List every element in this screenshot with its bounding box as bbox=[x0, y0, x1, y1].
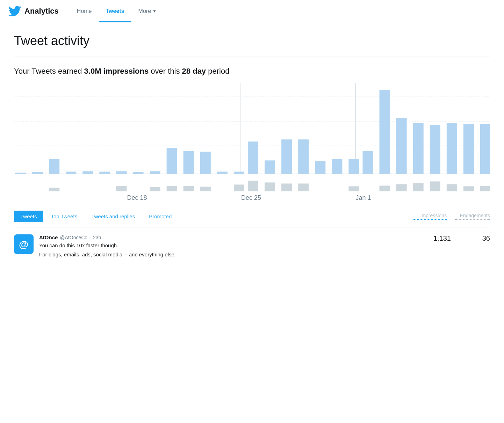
tweet-time: · bbox=[89, 235, 91, 240]
svg-rect-53 bbox=[447, 184, 457, 191]
main-nav: Home Tweets More ▼ bbox=[70, 0, 164, 22]
svg-rect-25 bbox=[315, 161, 325, 174]
chart-container: Dec 18 Dec 25 Jan 1 bbox=[14, 83, 490, 203]
nav-more[interactable]: More ▼ bbox=[131, 0, 164, 22]
svg-rect-24 bbox=[298, 139, 309, 174]
tweet-impressions: 1,131 bbox=[420, 234, 455, 242]
svg-rect-32 bbox=[430, 125, 440, 174]
tweet-row: @ AtOnce @AtOnceCo · 23h You can do this… bbox=[14, 227, 490, 266]
tweet-stats: 1,131 36 bbox=[420, 234, 490, 242]
tweet-handle: @AtOnceCo bbox=[60, 235, 87, 240]
nav-tweets[interactable]: Tweets bbox=[99, 0, 131, 22]
svg-rect-23 bbox=[281, 139, 292, 174]
svg-rect-34 bbox=[463, 124, 474, 174]
svg-rect-50 bbox=[396, 184, 407, 191]
app-title: Analytics bbox=[24, 7, 59, 16]
nav-home[interactable]: Home bbox=[70, 0, 99, 22]
svg-rect-47 bbox=[298, 183, 309, 191]
impressions-summary: Your Tweets earned 3.0M impressions over… bbox=[14, 57, 490, 80]
svg-rect-31 bbox=[413, 123, 424, 174]
svg-rect-33 bbox=[447, 123, 457, 174]
tab-tweets-and-replies[interactable]: Tweets and replies bbox=[85, 211, 141, 222]
svg-rect-37 bbox=[49, 188, 59, 191]
svg-text:Dec 25: Dec 25 bbox=[241, 194, 261, 201]
svg-rect-38 bbox=[116, 186, 127, 191]
page-title: Tweet activity bbox=[14, 34, 490, 48]
svg-rect-22 bbox=[265, 160, 275, 174]
tweet-timestamp: 23h bbox=[93, 235, 101, 240]
svg-rect-42 bbox=[200, 187, 211, 191]
logo-area: Analytics bbox=[8, 6, 59, 16]
svg-rect-27 bbox=[348, 159, 359, 174]
svg-rect-55 bbox=[480, 186, 490, 191]
page-title-section: Tweet activity bbox=[14, 22, 490, 57]
column-headers: Impressions Engagements bbox=[412, 213, 490, 220]
engagements-column-header[interactable]: Engagements bbox=[455, 213, 490, 220]
tweet-name: AtOnce bbox=[39, 234, 58, 240]
svg-rect-40 bbox=[167, 186, 177, 191]
svg-rect-15 bbox=[150, 171, 160, 174]
svg-rect-18 bbox=[200, 152, 211, 174]
svg-rect-54 bbox=[463, 186, 474, 191]
svg-text:@: @ bbox=[19, 239, 28, 250]
impressions-column-header[interactable]: Impressions bbox=[412, 213, 447, 220]
svg-text:Jan 1: Jan 1 bbox=[355, 194, 371, 201]
svg-rect-14 bbox=[133, 172, 144, 174]
svg-rect-16 bbox=[167, 148, 177, 174]
tweet-engagements: 36 bbox=[455, 234, 490, 242]
svg-rect-26 bbox=[332, 159, 342, 174]
svg-rect-46 bbox=[281, 183, 292, 191]
bar-chart: Dec 18 Dec 25 Jan 1 bbox=[14, 83, 490, 202]
tweet-text-line1: You can do this 10x faster though. bbox=[39, 242, 415, 250]
svg-rect-48 bbox=[348, 186, 359, 191]
svg-rect-13 bbox=[116, 171, 127, 174]
tabs-bar: Tweets Top Tweets Tweets and replies Pro… bbox=[14, 206, 490, 227]
svg-rect-21 bbox=[248, 141, 258, 174]
avatar-icon: @ bbox=[17, 238, 30, 250]
svg-rect-45 bbox=[265, 182, 275, 191]
svg-rect-8 bbox=[32, 172, 43, 174]
svg-rect-51 bbox=[413, 183, 424, 191]
svg-rect-39 bbox=[150, 187, 160, 191]
tab-tweets[interactable]: Tweets bbox=[14, 211, 43, 222]
twitter-bird-icon bbox=[8, 6, 21, 16]
svg-rect-44 bbox=[248, 181, 258, 191]
svg-text:Dec 18: Dec 18 bbox=[127, 194, 147, 201]
svg-rect-11 bbox=[82, 171, 93, 174]
tab-promoted[interactable]: Promoted bbox=[143, 211, 178, 222]
svg-rect-10 bbox=[66, 172, 76, 174]
svg-rect-12 bbox=[99, 172, 110, 174]
tweet-text-line2: For blogs, emails, ads, social media -- … bbox=[39, 251, 415, 259]
chart-svg-wrapper: Dec 18 Dec 25 Jan 1 bbox=[14, 83, 490, 203]
svg-rect-30 bbox=[396, 118, 407, 174]
tweet-header: AtOnce @AtOnceCo · 23h bbox=[39, 234, 415, 240]
header: Analytics Home Tweets More ▼ bbox=[0, 0, 504, 22]
svg-rect-19 bbox=[217, 172, 228, 174]
svg-rect-43 bbox=[234, 184, 244, 191]
svg-rect-20 bbox=[234, 172, 244, 174]
svg-rect-35 bbox=[480, 124, 490, 174]
svg-rect-49 bbox=[380, 185, 390, 191]
svg-rect-41 bbox=[183, 186, 194, 191]
svg-rect-28 bbox=[362, 151, 373, 174]
svg-rect-17 bbox=[183, 151, 194, 174]
avatar: @ bbox=[14, 234, 34, 254]
main-content: Tweet activity Your Tweets earned 3.0M i… bbox=[0, 22, 504, 266]
tab-top-tweets[interactable]: Top Tweets bbox=[45, 211, 84, 222]
svg-rect-29 bbox=[380, 90, 390, 174]
tweet-content: AtOnce @AtOnceCo · 23h You can do this 1… bbox=[39, 234, 415, 259]
chevron-down-icon: ▼ bbox=[152, 9, 157, 14]
svg-rect-9 bbox=[49, 159, 59, 174]
svg-rect-52 bbox=[430, 181, 440, 191]
